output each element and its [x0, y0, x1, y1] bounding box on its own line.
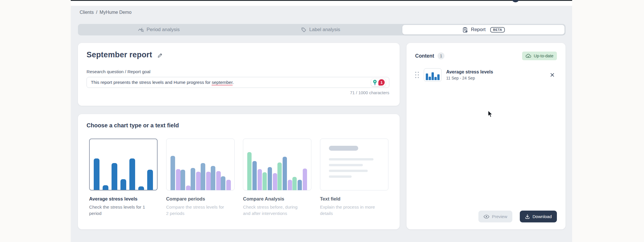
text-skeleton — [324, 139, 384, 190]
research-question-input[interactable]: This report presents the stress levels a… — [87, 77, 389, 88]
report-title: September report — [87, 50, 152, 59]
report-header-card: September report Research question / Rep… — [78, 43, 400, 106]
tag-icon — [301, 27, 306, 33]
tab-report[interactable]: Report BETA — [402, 25, 565, 35]
grammar-issue-count-badge[interactable]: 1 — [378, 79, 385, 86]
chart-type-description: Check the stress levels for 1 period — [89, 204, 150, 217]
breadcrumb-clients[interactable]: Clients — [80, 10, 94, 15]
question-text: This report presents the stress levels a… — [91, 80, 212, 85]
content-panel-title: Content — [415, 53, 434, 59]
avatar — [512, 0, 519, 2]
edit-title-pencil-icon[interactable] — [157, 53, 163, 58]
download-icon — [525, 214, 530, 219]
compare-analysis-chart-preview — [243, 139, 311, 190]
chart-type-title: Text field — [320, 196, 388, 202]
chart-type-compare-analysis[interactable]: Compare Analysis Check stress before, du… — [243, 139, 311, 217]
content-item-date-range: 11 Sep - 24 Sep — [446, 76, 493, 80]
content-list-item[interactable]: Average stress levels 11 Sep - 24 Sep — [415, 68, 557, 82]
breadcrumb-separator: / — [96, 10, 97, 15]
breadcrumb: Clients / MyHume Demo — [80, 10, 132, 15]
chart-type-title: Average stress levels — [89, 196, 158, 202]
tab-report-label: Report — [471, 27, 486, 33]
chart-type-title: Compare periods — [166, 196, 235, 202]
trend-chart-icon — [138, 27, 144, 33]
tab-period-analysis[interactable]: Period analysis — [78, 24, 240, 35]
analysis-tab-bar: Period analysis Label analysis — [78, 24, 566, 35]
text-field-preview — [320, 139, 388, 190]
preview-label: Preview — [492, 214, 507, 219]
question-text-end: . — [233, 80, 234, 85]
chart-type-title: Compare Analysis — [243, 196, 311, 202]
chart-type-list: Average stress levels Check the stress l… — [78, 139, 400, 217]
download-button[interactable]: Download — [520, 211, 557, 222]
character-count: 71 / 1000 characters — [87, 90, 389, 95]
remove-item-close-icon[interactable] — [550, 73, 555, 77]
chart-chooser-card: Choose a chart type or a text field Aver… — [78, 114, 400, 229]
tab-period-analysis-label: Period analysis — [147, 27, 180, 33]
research-question-label: Research question / Report goal — [87, 69, 390, 74]
breadcrumb-client-name[interactable]: MyHume Demo — [99, 10, 131, 15]
beta-badge: BETA — [490, 27, 505, 33]
bar-chart-thumbnail-icon — [424, 68, 442, 82]
download-label: Download — [532, 214, 552, 219]
status-badge: Up-to-date — [522, 52, 557, 60]
chart-type-description: Compare the stress levels for 2 periods — [166, 204, 227, 217]
chart-type-description: Check stress before, during and after in… — [243, 204, 303, 217]
preview-button[interactable]: Preview — [478, 211, 512, 222]
lightbulb-icon — [372, 79, 378, 86]
average-stress-chart-preview — [89, 139, 158, 190]
app-window: Clients / MyHume Demo Period analysis — [71, 0, 572, 242]
tab-label-analysis-label: Label analysis — [309, 27, 340, 33]
chart-type-text-field[interactable]: Text field Explain the process in more d… — [320, 139, 388, 217]
question-misspelled-word: september — [212, 80, 232, 86]
tab-label-analysis[interactable]: Label analysis — [240, 24, 402, 35]
eye-icon — [484, 215, 489, 219]
status-label: Up-to-date — [534, 54, 553, 58]
chart-type-description: Explain the process in more details — [320, 204, 380, 217]
mouse-cursor — [488, 110, 493, 119]
chart-type-compare-periods[interactable]: Compare periods Compare the stress level… — [166, 139, 235, 217]
chart-type-average-stress[interactable]: Average stress levels Check the stress l… — [89, 139, 158, 217]
grammar-checker-widget[interactable]: 1 — [371, 79, 386, 86]
compare-periods-chart-preview — [166, 139, 235, 190]
drag-handle-icon[interactable] — [415, 72, 419, 78]
cloud-check-icon — [526, 54, 531, 58]
content-count-badge: 1 — [438, 52, 444, 59]
content-item-title: Average stress levels — [446, 69, 493, 75]
chooser-heading: Choose a chart type or a text field — [78, 122, 400, 129]
top-window-edge — [71, 0, 572, 1]
report-clipboard-icon — [462, 27, 468, 33]
content-panel: Content 1 Up-to-date Average stress leve… — [407, 43, 566, 229]
